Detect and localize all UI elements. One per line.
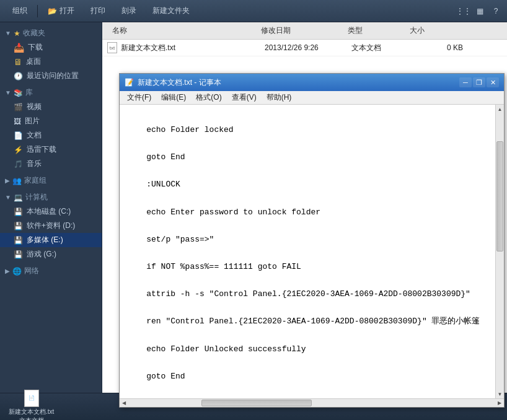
sidebar-item-image[interactable]: 🖼 图片	[0, 114, 102, 128]
download-label: 下载	[28, 42, 43, 53]
video-label: 视频	[27, 102, 42, 112]
desktop-label: 桌面	[26, 56, 41, 67]
video-icon: 🎬	[14, 103, 23, 112]
file-size-cell: 0 KB	[413, 43, 463, 52]
scroll-thumb-x[interactable]	[201, 400, 312, 406]
toolbar-right: ⋮⋮ ▦ ?	[457, 5, 502, 17]
computer-label: 计算机	[25, 192, 48, 203]
folder-icon-download: 📥	[14, 43, 24, 53]
thunder-icon: ⚡	[14, 146, 23, 154]
favorites-header[interactable]: ▼ ★ 收藏夹	[0, 26, 102, 40]
library-label: 库	[25, 87, 33, 98]
new-folder-button[interactable]: 新建文件夹	[145, 3, 197, 19]
sidebar-item-disk-e[interactable]: 💾 多媒体 (E:)	[0, 233, 102, 247]
help-icon[interactable]: ?	[490, 5, 502, 17]
minimize-icon: ─	[463, 79, 468, 86]
recent-icon: 🕐	[14, 72, 23, 81]
homegroup-icon: 👥	[12, 177, 22, 185]
disk-g-label: 游戏 (G:)	[27, 249, 56, 260]
computer-arrow: ▼	[5, 194, 11, 201]
notepad-controls: ─ ❐ ✕	[459, 77, 499, 87]
scrollbar-x[interactable]: ◀ ▶	[120, 398, 504, 407]
disk-e-icon: 💾	[14, 236, 23, 245]
col-header-name: 名称	[107, 25, 256, 36]
scroll-right-arrow[interactable]: ▶	[495, 399, 504, 408]
sidebar-item-disk-g[interactable]: 💾 游戏 (G:)	[0, 247, 102, 261]
menu-view[interactable]: 查看(V)	[227, 91, 262, 104]
sidebar-item-disk-d[interactable]: 💾 软件+资料 (D:)	[0, 219, 102, 233]
taskbar-file-label-2: 文本文档	[19, 417, 44, 421]
disk-c-label: 本地磁盘 (C:)	[27, 206, 71, 217]
disk-d-label: 软件+资料 (D:)	[27, 221, 75, 231]
menu-format[interactable]: 格式(O)	[191, 91, 226, 104]
close-button[interactable]: ✕	[487, 77, 499, 87]
favorites-arrow: ▼	[5, 30, 11, 37]
network-header[interactable]: ▶ 🌐 网络	[0, 264, 102, 278]
content-header: 名称 修改日期 类型 大小	[102, 22, 507, 40]
sidebar-item-thunder[interactable]: ⚡ 迅雷下载	[0, 142, 102, 157]
organize-label: 组织	[12, 6, 27, 16]
new-folder-label: 新建文件夹	[152, 6, 190, 16]
minimize-button[interactable]: ─	[459, 77, 472, 87]
sidebar-item-music[interactable]: 🎵 音乐	[0, 157, 102, 171]
sidebar: ▼ ★ 收藏夹 📥 下载 🖥 桌面 🕐 最近访问的位置	[0, 22, 102, 420]
menu-file[interactable]: 文件(F)	[122, 91, 156, 104]
notepad-menubar: 文件(F) 编辑(E) 格式(O) 查看(V) 帮助(H)	[120, 91, 504, 105]
scroll-left-arrow[interactable]: ◀	[120, 399, 128, 408]
print-button[interactable]: 打印	[83, 3, 113, 19]
file-type-cell: 文本文档	[351, 43, 413, 53]
toolbar-separator-1	[37, 5, 38, 17]
table-row[interactable]: txt 新建文本文档.txt 2013/12/26 9:26 文本文档 0 KB	[102, 40, 507, 56]
notepad-title-icon: 📝	[125, 78, 134, 87]
col-header-date: 修改日期	[256, 25, 343, 36]
recent-label: 最近访问的位置	[27, 71, 79, 81]
library-header[interactable]: ▼ 📚 库	[0, 85, 102, 100]
network-icon: 🌐	[12, 267, 22, 276]
scrollbar-y[interactable]: ▲ ▼	[495, 105, 504, 398]
open-button[interactable]: 📂 打开	[40, 3, 82, 19]
music-label: 音乐	[27, 159, 42, 169]
organize-button[interactable]: 组织	[5, 3, 35, 19]
library-icon: 📚	[14, 89, 23, 97]
record-button[interactable]: 刻录	[114, 3, 144, 19]
music-icon: 🎵	[14, 160, 23, 168]
file-doc-icon: txt	[107, 42, 117, 53]
taskbar-file-label-1: 新建文本文档.txt	[9, 408, 54, 416]
view-options-icon[interactable]: ⋮⋮	[457, 5, 470, 17]
scroll-thumb-y[interactable]	[496, 141, 503, 252]
network-label: 网络	[24, 266, 39, 276]
notepad-titlebar: 📝 新建文本文档.txt - 记事本 ─ ❐ ✕	[120, 74, 504, 91]
sidebar-item-doc[interactable]: 📄 文档	[0, 128, 102, 142]
doc-label: 文档	[27, 130, 42, 141]
notepad-textarea[interactable]	[120, 105, 495, 398]
computer-header[interactable]: ▼ 💻 计算机	[0, 190, 102, 204]
close-icon: ✕	[490, 79, 496, 87]
sidebar-item-recent[interactable]: 🕐 最近访问的位置	[0, 69, 102, 83]
homegroup-section: ▶ 👥 家庭组	[0, 173, 102, 188]
menu-edit[interactable]: 编辑(E)	[156, 91, 191, 104]
open-icon: 📂	[48, 7, 57, 15]
notepad-content: ▲ ▼	[120, 105, 504, 398]
col-header-type: 类型	[343, 25, 405, 36]
sidebar-item-desktop[interactable]: 🖥 桌面	[0, 55, 102, 69]
thunder-label: 迅雷下载	[27, 144, 56, 155]
scroll-track-x[interactable]	[128, 399, 495, 407]
sidebar-item-disk-c[interactable]: 💾 本地磁盘 (C:)	[0, 204, 102, 219]
restore-button[interactable]: ❐	[473, 77, 485, 87]
print-label: 打印	[90, 6, 105, 16]
scroll-track-y[interactable]	[496, 113, 504, 390]
sidebar-item-video[interactable]: 🎬 视频	[0, 100, 102, 114]
scroll-up-arrow[interactable]: ▲	[496, 105, 505, 113]
computer-section: ▼ 💻 计算机 💾 本地磁盘 (C:) 💾 软件+资料 (D:) 💾 多媒体 (…	[0, 190, 102, 261]
library-section: ▼ 📚 库 🎬 视频 🖼 图片 📄 文档 ⚡ 迅	[0, 85, 102, 171]
menu-help[interactable]: 帮助(H)	[262, 91, 297, 104]
favorites-label: 收藏夹	[23, 28, 45, 38]
homegroup-header[interactable]: ▶ 👥 家庭组	[0, 173, 102, 188]
scroll-down-arrow[interactable]: ▼	[496, 390, 505, 398]
network-arrow: ▶	[5, 268, 10, 274]
notepad-window: 📝 新建文本文档.txt - 记事本 ─ ❐ ✕ 文件(F) 编辑(E) 格式(…	[119, 73, 505, 408]
sidebar-item-download[interactable]: 📥 下载	[0, 40, 102, 55]
taskbar-file-item[interactable]: 📄 新建文本文档.txt 文本文档	[5, 388, 58, 421]
layout-icon[interactable]: ▦	[474, 5, 486, 17]
library-arrow: ▼	[5, 89, 11, 96]
